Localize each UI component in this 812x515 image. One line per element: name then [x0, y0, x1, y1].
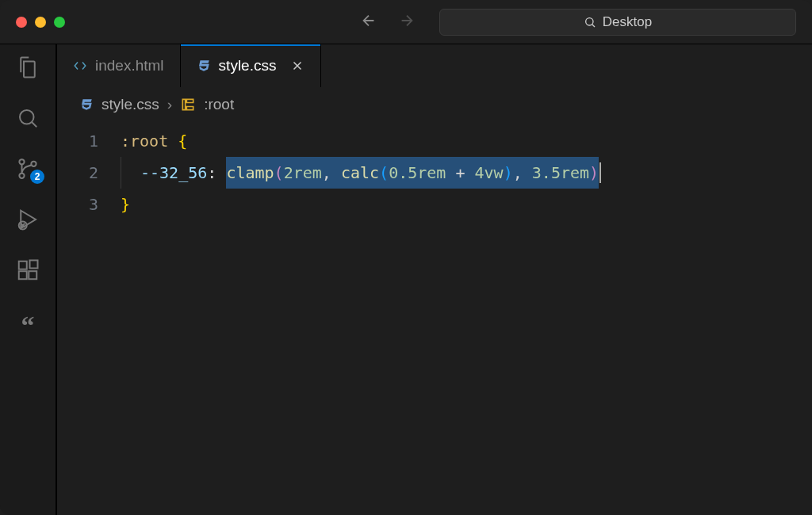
svg-rect-8: [29, 271, 36, 279]
svg-point-2: [19, 159, 24, 164]
svg-rect-9: [30, 261, 38, 269]
line-number: 2: [57, 157, 121, 189]
breadcrumb-symbol: :root: [204, 96, 234, 113]
quote-icon: “: [21, 318, 35, 334]
line-number: 3: [57, 189, 121, 220]
tab-label: style.css: [219, 57, 277, 74]
tab-style-css[interactable]: style.css: [181, 44, 322, 87]
nav-forward-button[interactable]: [398, 12, 416, 32]
search-tab[interactable]: [16, 106, 40, 130]
tab-bar: index.html style.css: [57, 44, 812, 87]
html-file-icon: [73, 59, 87, 73]
tok-num: 3.5rem: [532, 163, 589, 182]
breadcrumb-file: style.css: [102, 96, 159, 113]
selection-highlight: clamp(2rem, calc(0.5rem + 4vw), 3.5rem): [226, 157, 599, 189]
tok-num: 4vw: [475, 163, 504, 182]
run-debug-tab[interactable]: [16, 208, 40, 231]
explorer-tab[interactable]: [16, 55, 40, 79]
svg-point-3: [19, 174, 24, 178]
maximize-window-button[interactable]: [54, 17, 65, 28]
close-tab-button[interactable]: [290, 59, 304, 73]
nav-arrows: [360, 12, 416, 32]
tok-num: 2rem: [284, 163, 322, 182]
nav-back-button[interactable]: [360, 12, 377, 32]
activity-bar: 2 “: [0, 44, 57, 515]
symbol-ruler-icon: [180, 97, 196, 113]
svg-rect-6: [19, 261, 27, 269]
tok-brace-open: {: [178, 125, 187, 157]
text-cursor: [599, 162, 601, 183]
chevron-right-icon: ›: [167, 96, 172, 113]
code-line-2: 2 --32_56: clamp(2rem, calc(0.5rem + 4vw…: [57, 157, 812, 189]
tok-brace-close: }: [121, 189, 130, 220]
css-file-icon: [79, 97, 94, 112]
search-text: Desktop: [603, 14, 652, 30]
minimize-window-button[interactable]: [35, 17, 46, 28]
window-controls: [16, 17, 65, 28]
search-icon: [584, 16, 596, 29]
code-line-1: 1 :root {: [57, 125, 812, 157]
tok-num: 0.5rem: [389, 163, 446, 182]
tab-label: index.html: [95, 57, 164, 74]
tok-var: --32_56: [140, 157, 207, 189]
svg-point-1: [20, 110, 34, 124]
svg-point-0: [585, 17, 592, 25]
close-window-button[interactable]: [16, 17, 27, 28]
code-editor[interactable]: 1 :root { 2 --32_56: clamp(2rem, calc(0.…: [57, 122, 812, 515]
line-number: 1: [57, 125, 121, 157]
tok-comma: ,: [513, 163, 523, 182]
testimonial-tab[interactable]: “: [16, 309, 40, 333]
tok-func-calc: calc: [341, 163, 379, 182]
tab-index-html[interactable]: index.html: [57, 44, 181, 87]
scm-badge: 2: [30, 170, 44, 184]
css-file-icon: [197, 59, 211, 73]
breadcrumb[interactable]: style.css › :root: [57, 87, 812, 122]
extensions-tab[interactable]: [16, 258, 40, 282]
tok-colon: :: [207, 157, 216, 189]
editor-group: index.html style.css style.css › :root: [57, 44, 812, 515]
tok-plus: +: [455, 163, 465, 182]
tok-selector: :root: [121, 125, 168, 157]
svg-rect-7: [19, 271, 27, 279]
source-control-tab[interactable]: 2: [16, 157, 40, 181]
code-line-3: 3 }: [57, 189, 812, 220]
tok-func-clamp: clamp: [226, 163, 274, 182]
svg-point-4: [31, 162, 36, 166]
titlebar: Desktop: [0, 0, 812, 44]
command-center-search[interactable]: Desktop: [439, 9, 796, 36]
tok-comma: ,: [322, 163, 331, 182]
